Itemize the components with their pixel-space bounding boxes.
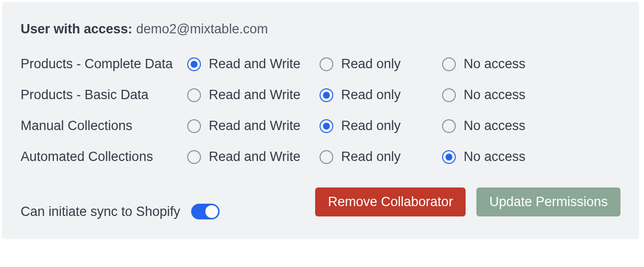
radio-label: Read and Write [209, 118, 300, 134]
radio-label: No access [464, 118, 525, 134]
radio-label: Read only [341, 56, 401, 72]
permission-radio-na[interactable]: No access [442, 56, 620, 72]
radio-icon [187, 119, 201, 133]
radio-icon [442, 88, 456, 102]
radio-icon [320, 57, 333, 71]
radio-icon [187, 88, 201, 102]
radio-icon [442, 57, 456, 71]
radio-icon [187, 150, 201, 164]
radio-label: No access [464, 87, 525, 103]
permission-radio-na[interactable]: No access [442, 149, 620, 164]
permission-label: Manual Collections [21, 118, 187, 134]
radio-icon [187, 57, 201, 71]
sync-label: Can initiate sync to Shopify [21, 204, 180, 219]
permission-radio-rw[interactable]: Read and Write [187, 56, 320, 72]
radio-label: Read and Write [209, 149, 300, 164]
permission-radio-ro[interactable]: Read only [320, 149, 442, 164]
radio-icon [320, 119, 333, 133]
permission-radio-rw[interactable]: Read and Write [187, 118, 320, 134]
radio-label: No access [464, 149, 525, 164]
header-label: User with access: [21, 22, 132, 36]
permission-radio-na[interactable]: No access [442, 118, 620, 134]
radio-label: Read and Write [209, 56, 300, 72]
permission-radio-ro[interactable]: Read only [320, 87, 442, 103]
radio-icon [442, 150, 456, 164]
header-email: demo2@mixtable.com [136, 22, 268, 36]
radio-label: Read only [341, 149, 401, 164]
radio-icon [442, 119, 456, 133]
panel-header: User with access: demo2@mixtable.com [21, 22, 620, 37]
sync-toggle-group: Can initiate sync to Shopify [21, 204, 220, 219]
permission-radio-rw[interactable]: Read and Write [187, 149, 320, 164]
user-permissions-panel: User with access: demo2@mixtable.com Pro… [2, 2, 639, 239]
toggle-knob [205, 205, 218, 218]
permission-label: Products - Complete Data [21, 56, 187, 72]
permission-radio-rw[interactable]: Read and Write [187, 87, 320, 103]
radio-label: Read only [341, 118, 401, 134]
radio-icon [320, 88, 333, 102]
permission-radio-ro[interactable]: Read only [320, 118, 442, 134]
update-permissions-button[interactable]: Update Permissions [476, 187, 620, 216]
radio-label: No access [464, 56, 525, 72]
radio-label: Read only [341, 87, 401, 103]
action-buttons: Remove Collaborator Update Permissions [315, 187, 620, 216]
radio-icon [320, 150, 333, 164]
remove-collaborator-button[interactable]: Remove Collaborator [315, 187, 466, 216]
permissions-table: Products - Complete DataRead and WriteRe… [21, 56, 620, 164]
permission-radio-na[interactable]: No access [442, 87, 620, 103]
footer-row: Can initiate sync to Shopify Remove Coll… [21, 184, 620, 219]
radio-label: Read and Write [209, 87, 300, 103]
permission-radio-ro[interactable]: Read only [320, 56, 442, 72]
sync-toggle[interactable] [191, 204, 220, 219]
permission-label: Products - Basic Data [21, 87, 187, 103]
permission-label: Automated Collections [21, 149, 187, 164]
